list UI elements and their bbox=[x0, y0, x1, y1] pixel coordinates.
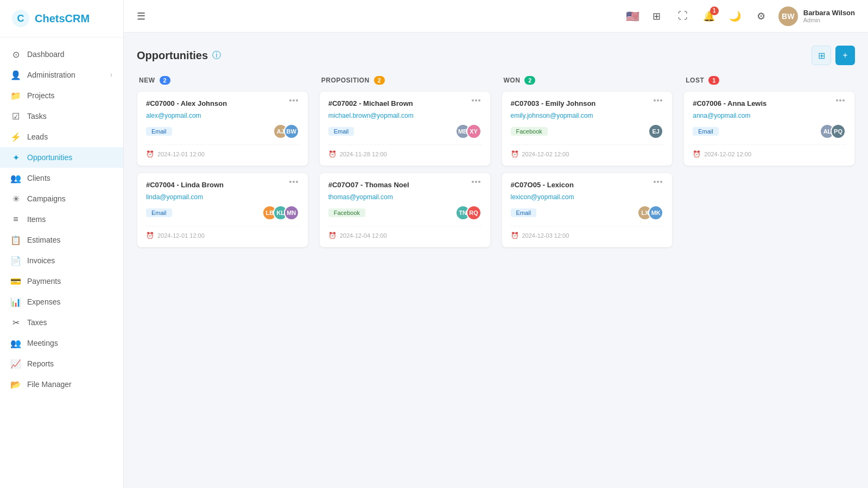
sidebar-item-meetings[interactable]: 👥 Meetings bbox=[0, 333, 123, 353]
card-menu-button[interactable] bbox=[652, 181, 663, 183]
sidebar-item-label: Tasks bbox=[27, 112, 47, 121]
header: ☰ 🇺🇸 ⊞ ⛶ 🔔 1 🌙 ⚙ BW Barbara Wilson Admin bbox=[124, 0, 868, 33]
tasks-nav-icon: ☑ bbox=[11, 111, 21, 121]
kanban-card[interactable]: #C07O07 - Thomas Noel thomas@yopmail.com… bbox=[319, 173, 491, 248]
payments-nav-icon: 💳 bbox=[11, 276, 21, 286]
dark-mode-toggle[interactable]: 🌙 bbox=[726, 8, 744, 25]
column-title: PROPOSITION bbox=[321, 77, 370, 84]
administration-nav-icon: 👤 bbox=[11, 70, 21, 80]
clock-icon: ⏰ bbox=[146, 150, 154, 158]
column-header: NEW 2 bbox=[137, 76, 308, 85]
sidebar-item-label: Administration bbox=[27, 71, 75, 79]
language-selector[interactable]: 🇺🇸 bbox=[626, 10, 639, 23]
card-menu-button[interactable] bbox=[288, 181, 299, 183]
clients-nav-icon: 👥 bbox=[11, 173, 21, 183]
card-date: 2024-12-02 12:00 bbox=[522, 151, 569, 157]
kanban-card[interactable]: #C07004 - Linda Brown linda@yopmail.com … bbox=[137, 173, 308, 248]
card-middle: Email AJBW bbox=[146, 124, 299, 139]
card-avatars: MBXY bbox=[455, 124, 481, 139]
card-header: #C07004 - Linda Brown bbox=[146, 181, 299, 189]
meetings-nav-icon: 👥 bbox=[11, 338, 21, 348]
notification-bell[interactable]: 🔔 1 bbox=[700, 8, 718, 25]
logo-text: ChetsCRM bbox=[35, 12, 90, 25]
card-email: thomas@yopmail.com bbox=[328, 193, 481, 201]
clock-icon: ⏰ bbox=[511, 232, 519, 239]
card-header: #C07O05 - Lexicon bbox=[511, 181, 664, 189]
sidebar-item-campaigns[interactable]: ✳ Campaigns bbox=[0, 188, 123, 209]
grid-view-button[interactable]: ⊞ bbox=[812, 46, 831, 65]
dashboard-nav-icon: ⊙ bbox=[11, 49, 21, 59]
sidebar-item-file-manager[interactable]: 📂 File Manager bbox=[0, 374, 123, 395]
sidebar-item-projects[interactable]: 📁 Projects bbox=[0, 85, 123, 106]
fullscreen-icon[interactable]: ⛶ bbox=[674, 8, 692, 25]
avatar: BW bbox=[778, 7, 798, 26]
page-title-group: Opportunities ⓘ bbox=[137, 49, 221, 62]
card-menu-button[interactable] bbox=[471, 99, 481, 102]
card-tag: Email bbox=[146, 127, 172, 136]
sidebar-item-reports[interactable]: 📈 Reports bbox=[0, 353, 123, 374]
sidebar-item-label: Leads bbox=[27, 132, 48, 141]
kanban-card[interactable]: #C07003 - Emily Johnson emily.johnson@yo… bbox=[502, 91, 673, 166]
settings-icon[interactable]: ⚙ bbox=[752, 8, 770, 25]
card-middle: Facebook EJ bbox=[511, 124, 664, 139]
card-date: 2024-12-04 12:00 bbox=[340, 232, 387, 239]
card-menu-button[interactable] bbox=[835, 99, 846, 102]
sidebar-item-invoices[interactable]: 📄 Invoices bbox=[0, 250, 123, 271]
card-title: #C07000 - Alex Johnson bbox=[146, 99, 288, 107]
card-footer: ⏰ 2024-12-01 12:00 bbox=[146, 144, 299, 158]
card-middle: Email LXMK bbox=[511, 205, 664, 220]
sidebar-item-tasks[interactable]: ☑ Tasks bbox=[0, 106, 123, 126]
card-footer: ⏰ 2024-12-03 12:00 bbox=[511, 226, 664, 239]
card-tag: Email bbox=[146, 208, 172, 217]
card-middle: Email ALPQ bbox=[693, 124, 846, 139]
user-profile[interactable]: BW Barbara Wilson Admin bbox=[778, 7, 855, 26]
sidebar-item-label: Clients bbox=[27, 174, 50, 182]
card-email: emily.johnson@yopmail.com bbox=[511, 112, 664, 119]
user-name: Barbara Wilson bbox=[803, 9, 855, 17]
grid-apps-icon[interactable]: ⊞ bbox=[648, 8, 666, 25]
column-badge: 2 bbox=[160, 76, 170, 85]
menu-toggle[interactable]: ☰ bbox=[137, 10, 145, 22]
sidebar-item-expenses[interactable]: 📊 Expenses bbox=[0, 291, 123, 312]
card-header: #C07000 - Alex Johnson bbox=[146, 99, 299, 107]
sidebar-item-dashboard[interactable]: ⊙ Dashboard bbox=[0, 44, 123, 65]
kanban-column-lost: LOST 1 #C07006 - Anna Lewis anna@yopmail… bbox=[683, 76, 855, 173]
sidebar-item-administration[interactable]: 👤 Administration › bbox=[0, 65, 123, 85]
clock-icon: ⏰ bbox=[146, 232, 154, 239]
clock-icon: ⏰ bbox=[511, 150, 519, 158]
card-avatars: TNRQ bbox=[455, 205, 481, 220]
info-icon[interactable]: ⓘ bbox=[212, 50, 221, 61]
card-footer: ⏰ 2024-12-04 12:00 bbox=[328, 226, 481, 239]
card-menu-button[interactable] bbox=[471, 181, 481, 183]
card-date: 2024-12-01 12:00 bbox=[157, 232, 205, 239]
kanban-card[interactable]: #C07002 - Michael Brown michael.brown@yo… bbox=[319, 91, 491, 166]
leads-nav-icon: ⚡ bbox=[11, 132, 21, 142]
svg-text:C: C bbox=[17, 13, 24, 24]
sidebar-item-opportunities[interactable]: ✦ Opportunities bbox=[0, 147, 123, 168]
card-footer: ⏰ 2024-12-01 12:00 bbox=[146, 226, 299, 239]
kanban-card[interactable]: #C07O05 - Lexicon lexicon@yopmail.com Em… bbox=[502, 173, 673, 248]
card-tag: Email bbox=[693, 127, 719, 136]
card-title: #C07002 - Michael Brown bbox=[328, 99, 471, 107]
card-header: #C07006 - Anna Lewis bbox=[693, 99, 846, 107]
invoices-nav-icon: 📄 bbox=[11, 256, 21, 265]
card-menu-button[interactable] bbox=[288, 99, 299, 102]
add-button[interactable]: + bbox=[835, 46, 855, 65]
sidebar-item-label: Projects bbox=[27, 91, 55, 100]
kanban-card[interactable]: #C07006 - Anna Lewis anna@yopmail.com Em… bbox=[683, 91, 855, 166]
card-menu-button[interactable] bbox=[652, 99, 663, 102]
clock-icon: ⏰ bbox=[328, 150, 337, 158]
sidebar-item-payments[interactable]: 💳 Payments bbox=[0, 271, 123, 291]
card-title: #C07O05 - Lexicon bbox=[511, 181, 653, 189]
sidebar-item-label: Expenses bbox=[27, 297, 60, 306]
column-badge: 2 bbox=[374, 76, 385, 85]
card-tag: Email bbox=[511, 208, 537, 217]
sidebar-item-clients[interactable]: 👥 Clients bbox=[0, 168, 123, 188]
card-date: 2024-11-28 12:00 bbox=[340, 151, 387, 157]
sidebar-item-leads[interactable]: ⚡ Leads bbox=[0, 126, 123, 147]
sidebar-item-taxes[interactable]: ✂ Taxes bbox=[0, 312, 123, 333]
sidebar-item-estimates[interactable]: 📋 Estimates bbox=[0, 230, 123, 250]
kanban-card[interactable]: #C07000 - Alex Johnson alex@yopmail.com … bbox=[137, 91, 308, 166]
sidebar-item-items[interactable]: ≡ Items bbox=[0, 209, 123, 230]
card-title: #C07003 - Emily Johnson bbox=[511, 99, 653, 107]
